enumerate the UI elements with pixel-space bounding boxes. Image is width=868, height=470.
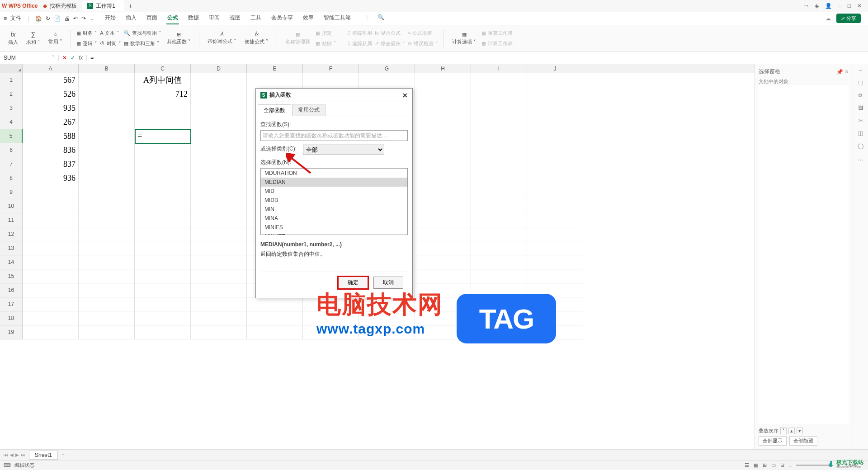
cell[interactable] [79,255,135,269]
tab-view[interactable]: 视图 [229,12,241,24]
cell[interactable]: 712 [135,87,191,101]
cell[interactable] [135,143,191,157]
row-header[interactable]: 5 [0,129,23,143]
tab-page[interactable]: 页面 [146,12,158,24]
cell[interactable] [359,73,415,87]
cell[interactable] [191,87,247,101]
cell[interactable] [135,171,191,185]
cell[interactable] [79,143,135,157]
cell[interactable] [191,129,247,143]
cell[interactable] [79,129,135,143]
tab-member[interactable]: 会员专享 [270,12,294,24]
function-item[interactable]: MIDB [261,196,407,205]
cell[interactable] [527,241,583,255]
cell[interactable] [23,199,79,213]
cell[interactable] [415,283,471,297]
cell[interactable] [415,73,471,87]
add-tab-button[interactable]: + [128,2,132,9]
row-header[interactable]: 11 [0,213,23,227]
ribbon-ai[interactable]: Å帮你写公式 ˅ [205,32,239,45]
cell[interactable] [191,283,247,297]
cell[interactable]: 588 [23,129,79,143]
accept-formula-icon[interactable]: ✓ [71,55,75,61]
cell[interactable] [471,115,527,129]
redo-icon[interactable]: ↷ [81,15,86,22]
cell[interactable] [527,171,583,185]
cell[interactable] [415,269,471,283]
cell[interactable] [527,115,583,129]
cell[interactable] [191,255,247,269]
cell[interactable] [527,185,583,199]
tab-smart[interactable]: 智能工具箱 [323,12,352,24]
row-header[interactable]: 13 [0,241,23,255]
undo-icon[interactable]: ↶ [73,15,78,22]
cell[interactable] [471,185,527,199]
cell[interactable] [23,227,79,241]
cell[interactable] [191,115,247,129]
image-icon[interactable]: 🖼 [858,105,863,111]
dialog-close-button[interactable]: ✕ [402,92,408,99]
select-all-corner[interactable] [0,64,23,73]
cell[interactable] [471,213,527,227]
tab-template[interactable]: ◆ 找稻壳模板 [38,0,81,11]
cell[interactable] [79,241,135,255]
cell[interactable] [527,143,583,157]
cell[interactable] [79,101,135,115]
cell[interactable] [471,199,527,213]
tab-formula[interactable]: 公式 [166,12,179,24]
cell[interactable] [415,101,471,115]
cell[interactable] [415,87,471,101]
dialog-tab-all[interactable]: 全部函数 [258,104,291,116]
cell[interactable] [135,269,191,283]
cell[interactable]: 567 [23,73,79,87]
cell[interactable] [135,101,191,115]
more-icon[interactable]: ⌄ [90,15,94,22]
cell[interactable]: 936 [23,171,79,185]
chevron-down-icon[interactable]: ˅ [52,55,55,61]
function-item[interactable]: MDURATION [261,169,407,178]
add-sheet-button[interactable]: + [61,452,65,458]
function-item[interactable]: MIN [261,205,407,214]
row-header[interactable]: 4 [0,115,23,129]
close-pane-icon[interactable]: ✕ [844,69,849,75]
cell[interactable] [79,311,135,325]
print-icon[interactable]: 🖨 [64,15,70,22]
home-icon[interactable]: 🏠 [35,15,42,22]
cell[interactable] [527,213,583,227]
cell[interactable] [79,87,135,101]
cell[interactable] [471,297,527,311]
ribbon-calc-options[interactable]: ▦计算选项 ˅ [449,32,479,45]
cell[interactable] [471,227,527,241]
col-header[interactable]: A [23,64,79,73]
row-header[interactable]: 12 [0,227,23,241]
cell[interactable] [527,325,583,339]
cell[interactable] [247,73,303,87]
refresh-icon[interactable]: ↻ [46,15,50,22]
cell[interactable] [135,311,191,325]
name-box[interactable]: SUM ˅ [0,55,59,61]
cell[interactable] [191,199,247,213]
sheet-tab[interactable]: Sheet1 [29,451,58,460]
hamburger-icon[interactable]: ≡ [4,15,7,22]
row-header[interactable]: 15 [0,269,23,283]
cell[interactable] [415,115,471,129]
cell[interactable] [135,241,191,255]
cell[interactable] [471,157,527,171]
view-icon2[interactable]: ▦ [754,462,758,468]
cell[interactable]: 837 [23,157,79,171]
maximize-button[interactable]: □ [848,3,851,9]
col-header[interactable]: I [471,64,527,73]
new-icon[interactable]: 📄 [54,15,61,22]
col-header[interactable]: E [247,64,303,73]
sheet-next-icon[interactable]: ▶ [15,452,19,457]
view-icon1[interactable]: ☰ [745,462,749,468]
cell[interactable] [303,73,359,87]
cell[interactable] [527,283,583,297]
cell[interactable] [79,297,135,311]
cell[interactable] [79,269,135,283]
cell[interactable]: 836 [23,143,79,157]
sheet-last-icon[interactable]: ⏭ [21,452,25,457]
hide-all-button[interactable]: 全部隐藏 [789,436,817,446]
cell[interactable] [527,311,583,325]
cell[interactable] [415,297,471,311]
